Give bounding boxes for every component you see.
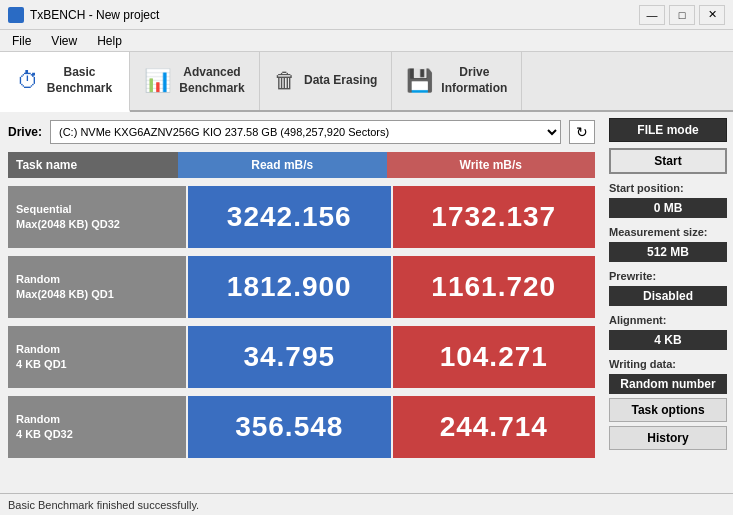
start-button[interactable]: Start xyxy=(609,148,727,174)
status-text: Basic Benchmark finished successfully. xyxy=(8,499,199,511)
basic-benchmark-icon: ⏱ xyxy=(17,68,39,94)
left-panel: Drive: (C:) NVMe KXG6AZNV256G KIO 237.58… xyxy=(0,112,603,493)
tab-erase-label: Data Erasing xyxy=(304,73,377,89)
table-row: RandomMax(2048 KB) QD1 1812.900 1161.720 xyxy=(8,256,595,318)
drive-info-icon: 💾 xyxy=(406,68,433,94)
row1-write: 1161.720 xyxy=(393,256,596,318)
toolbar: ⏱ BasicBenchmark 📊 AdvancedBenchmark 🗑 D… xyxy=(0,52,733,112)
menu-bar: File View Help xyxy=(0,30,733,52)
main-content: Drive: (C:) NVMe KXG6AZNV256G KIO 237.58… xyxy=(0,112,733,493)
window-title: TxBENCH - New project xyxy=(30,8,639,22)
close-button[interactable]: ✕ xyxy=(699,5,725,25)
row3-read: 356.548 xyxy=(188,396,391,458)
table-header: Task name Read mB/s Write mB/s xyxy=(8,152,595,178)
refresh-icon: ↻ xyxy=(576,124,588,140)
row2-read: 34.795 xyxy=(188,326,391,388)
measurement-size-value: 512 MB xyxy=(609,242,727,262)
drive-row: Drive: (C:) NVMe KXG6AZNV256G KIO 237.58… xyxy=(8,120,595,144)
file-mode-button[interactable]: FILE mode xyxy=(609,118,727,142)
maximize-button[interactable]: □ xyxy=(669,5,695,25)
menu-file[interactable]: File xyxy=(4,32,39,50)
row0-write: 1732.137 xyxy=(393,186,596,248)
table-row: Random4 KB QD32 356.548 244.714 xyxy=(8,396,595,458)
prewrite-value: Disabled xyxy=(609,286,727,306)
drive-select[interactable]: (C:) NVMe KXG6AZNV256G KIO 237.58 GB (49… xyxy=(50,120,561,144)
row2-write: 104.271 xyxy=(393,326,596,388)
start-position-label: Start position: xyxy=(609,182,727,194)
prewrite-label: Prewrite: xyxy=(609,270,727,282)
menu-help[interactable]: Help xyxy=(89,32,130,50)
alignment-label: Alignment: xyxy=(609,314,727,326)
drive-label: Drive: xyxy=(8,125,42,139)
row3-write: 244.714 xyxy=(393,396,596,458)
tab-basic[interactable]: ⏱ BasicBenchmark xyxy=(0,52,130,112)
row1-name: RandomMax(2048 KB) QD1 xyxy=(8,256,186,318)
data-erasing-icon: 🗑 xyxy=(274,68,296,94)
status-bar: Basic Benchmark finished successfully. xyxy=(0,493,733,515)
tab-erase[interactable]: 🗑 Data Erasing xyxy=(260,52,392,110)
row2-name: Random4 KB QD1 xyxy=(8,326,186,388)
row0-read: 3242.156 xyxy=(188,186,391,248)
table-row: SequentialMax(2048 KB) QD32 3242.156 173… xyxy=(8,186,595,248)
window-controls: — □ ✕ xyxy=(639,5,725,25)
menu-view[interactable]: View xyxy=(43,32,85,50)
drive-refresh-button[interactable]: ↻ xyxy=(569,120,595,144)
tab-info-label: DriveInformation xyxy=(441,65,507,96)
measurement-size-label: Measurement size: xyxy=(609,226,727,238)
header-read: Read mB/s xyxy=(178,152,387,178)
app-icon xyxy=(8,7,24,23)
history-button[interactable]: History xyxy=(609,426,727,450)
table-row: Random4 KB QD1 34.795 104.271 xyxy=(8,326,595,388)
right-panel: FILE mode Start Start position: 0 MB Mea… xyxy=(603,112,733,493)
writing-data-value: Random number xyxy=(609,374,727,394)
start-position-value: 0 MB xyxy=(609,198,727,218)
header-write: Write mB/s xyxy=(387,152,596,178)
row1-read: 1812.900 xyxy=(188,256,391,318)
title-bar: TxBENCH - New project — □ ✕ xyxy=(0,0,733,30)
row0-name: SequentialMax(2048 KB) QD32 xyxy=(8,186,186,248)
task-options-button[interactable]: Task options xyxy=(609,398,727,422)
writing-data-label: Writing data: xyxy=(609,358,727,370)
header-taskname: Task name xyxy=(8,152,178,178)
tab-advanced-label: AdvancedBenchmark xyxy=(179,65,244,96)
advanced-benchmark-icon: 📊 xyxy=(144,68,171,94)
tab-basic-label: BasicBenchmark xyxy=(47,65,112,96)
tab-advanced[interactable]: 📊 AdvancedBenchmark xyxy=(130,52,260,110)
tab-info[interactable]: 💾 DriveInformation xyxy=(392,52,522,110)
row3-name: Random4 KB QD32 xyxy=(8,396,186,458)
alignment-value: 4 KB xyxy=(609,330,727,350)
minimize-button[interactable]: — xyxy=(639,5,665,25)
